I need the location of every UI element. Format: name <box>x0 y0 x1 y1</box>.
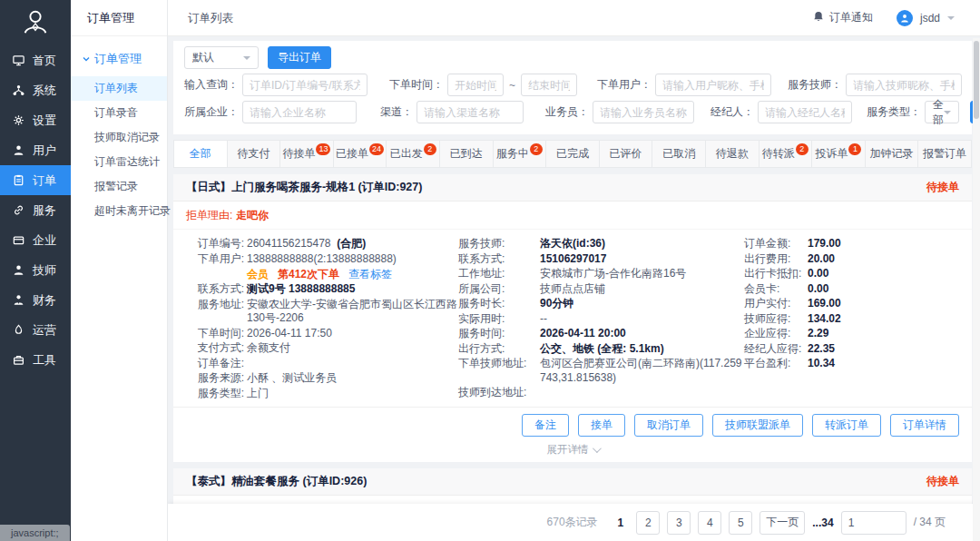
sidebar-item-label: 技师 <box>33 262 56 279</box>
page-button[interactable]: 5 <box>729 511 752 535</box>
secondary-sidebar: 订单管理 订单管理 订单列表 订单录音 技师取消记录 订单雷达统计 报警记录 超… <box>71 0 168 541</box>
tab-cancelled[interactable]: 已取消 <box>652 141 706 167</box>
sidebar-item-system[interactable]: 系统 <box>0 75 71 105</box>
tab-complaints[interactable]: 投诉单1 <box>812 141 866 167</box>
service-type-select[interactable]: 全部 <box>925 101 959 123</box>
sidebar-item-finance[interactable]: 财务 <box>0 285 71 315</box>
channel-label: 渠道： <box>380 104 413 120</box>
member-card: 0.00 <box>808 282 959 297</box>
page-current[interactable]: 1 <box>612 516 630 529</box>
export-orders-button[interactable]: 导出订单 <box>268 46 331 69</box>
submenu-item-technician-cancel-records[interactable]: 技师取消记录 <box>71 125 167 150</box>
count-badge: 2 <box>424 143 436 155</box>
tab-pending-transfer[interactable]: 待转派2 <box>760 141 813 167</box>
field-label: 工作地址: <box>458 267 540 281</box>
app-logo[interactable] <box>0 0 71 45</box>
field-label: 下单用户: <box>186 252 244 267</box>
tab-accepted[interactable]: 已接单24 <box>334 141 387 167</box>
wallet-icon <box>12 233 25 247</box>
order-technician-column: 服务技师:洛天依(id:36) 联系方式:15106297017 工作地址:安粮… <box>458 237 744 401</box>
preset-select[interactable]: 默认 <box>184 46 259 69</box>
vertical-scrollbar[interactable] <box>973 38 980 541</box>
tab-departed[interactable]: 已出发2 <box>387 141 440 167</box>
transfer-order-button[interactable]: 转派订单 <box>812 414 881 437</box>
sidebar-item-label: 企业 <box>33 232 56 249</box>
page-button[interactable]: 2 <box>636 511 660 535</box>
travel-card-deduction: 0.00 <box>808 267 959 281</box>
service-duration: 90分钟 <box>540 297 744 311</box>
salesman-input[interactable] <box>593 101 694 123</box>
end-time-input[interactable] <box>521 74 577 96</box>
tab-completed[interactable]: 已完成 <box>546 141 600 167</box>
sidebar-item-tools[interactable]: 工具 <box>0 345 71 375</box>
cancel-order-button[interactable]: 取消订单 <box>634 414 703 437</box>
service-type-label: 服务类型： <box>867 104 921 120</box>
field-label: 服务技师: <box>458 237 540 251</box>
tab-label: 已完成 <box>556 146 589 162</box>
page-more[interactable]: ...34 <box>812 516 833 529</box>
sidebar-item-settings[interactable]: 设置 <box>0 105 71 135</box>
view-tags-link[interactable]: 查看标签 <box>348 267 392 281</box>
field-label: 服务时长: <box>458 297 540 311</box>
query-input[interactable] <box>242 74 368 96</box>
sidebar-item-orders[interactable]: 订单 <box>0 165 71 195</box>
user-icon <box>12 263 25 277</box>
expand-detail-toggle[interactable]: 展开详情 <box>173 441 972 462</box>
service-tech-input[interactable] <box>846 74 962 96</box>
order-user-input[interactable] <box>655 74 771 96</box>
agent-input[interactable] <box>758 101 852 123</box>
submenu-item-order-list[interactable]: 订单列表 <box>71 76 167 101</box>
submenu-item-alarm-records[interactable]: 报警记录 <box>71 174 167 199</box>
field-label: 服务地址: <box>186 298 244 326</box>
sidebar-item-label: 工具 <box>33 352 56 369</box>
start-time-input[interactable] <box>447 74 504 96</box>
company-input[interactable] <box>242 101 357 123</box>
submenu-group-orders[interactable]: 订单管理 <box>71 36 167 76</box>
sidebar-item-enterprise[interactable]: 企业 <box>0 225 71 255</box>
tab-pending-payment[interactable]: 待支付 <box>228 141 281 167</box>
submenu-item-overtime-records[interactable]: 超时未离开记录 <box>71 199 167 223</box>
order-amounts-column: 订单金额:179.00 出行费用:20.00 出行卡抵扣:0.00 会员卡:0.… <box>744 237 959 401</box>
page-button[interactable]: 3 <box>667 511 691 535</box>
alliance-dispatch-button[interactable]: 技师联盟派单 <box>712 414 803 437</box>
app-window: 首页 系统 设置 用户 订单 服务 企业 技师 <box>0 0 980 541</box>
tab-pending-accept[interactable]: 待接单13 <box>280 141 334 167</box>
tab-reviewed[interactable]: 已评价 <box>600 141 653 167</box>
technician-name: 洛天依(id:36) <box>540 237 744 251</box>
page-button[interactable]: 4 <box>698 511 721 535</box>
order-card: 【日式】上门服务喝茶服务-规格1 (订单ID:927) 待接单 拒单理由:走吧你… <box>173 174 972 462</box>
submenu-item-order-radar-stats[interactable]: 订单雷达统计 <box>71 150 167 174</box>
chevron-down-icon[interactable] <box>947 16 955 24</box>
tab-pending-refund[interactable]: 待退款 <box>706 141 760 167</box>
tab-all[interactable]: 全部 <box>174 141 228 167</box>
field-label: 企业应得: <box>744 327 808 341</box>
primary-sidebar: 首页 系统 设置 用户 订单 服务 企业 技师 <box>0 0 71 541</box>
field-label: 出行方式: <box>458 342 540 357</box>
sidebar-item-users[interactable]: 用户 <box>0 135 71 165</box>
link-icon <box>12 203 25 217</box>
page-jump-input[interactable] <box>841 511 906 535</box>
agent-label: 经纪人： <box>710 104 754 120</box>
tab-alarm-orders[interactable]: 报警订单 <box>918 141 971 167</box>
tab-label: 报警订单 <box>923 146 966 162</box>
order-detail-button[interactable]: 订单详情 <box>890 414 959 437</box>
tab-in-service[interactable]: 服务中2 <box>494 141 547 167</box>
submenu-item-order-recordings[interactable]: 订单录音 <box>71 101 167 125</box>
tab-label: 待转派 <box>762 146 795 162</box>
order-notification-button[interactable]: 订单通知 <box>812 10 873 25</box>
next-page-button[interactable]: 下一页 <box>760 511 805 535</box>
tab-arrived[interactable]: 已到达 <box>440 141 494 167</box>
remark-button[interactable]: 备注 <box>522 414 569 437</box>
tab-add-time-records[interactable]: 加钟记录 <box>866 141 919 167</box>
sidebar-item-home[interactable]: 首页 <box>0 45 71 75</box>
sidebar-item-technicians[interactable]: 技师 <box>0 255 71 285</box>
sidebar-item-services[interactable]: 服务 <box>0 195 71 225</box>
username[interactable]: jsdd <box>920 12 940 25</box>
count-badge: 13 <box>316 143 330 155</box>
topbar-tab-order-list[interactable]: 订单列表 <box>168 0 253 36</box>
sidebar-item-operations[interactable]: 运营 <box>0 315 71 345</box>
scrollbar-thumb[interactable] <box>974 41 979 119</box>
channel-input[interactable] <box>416 101 524 123</box>
accept-order-button[interactable]: 接单 <box>578 414 625 437</box>
avatar[interactable] <box>897 10 913 26</box>
